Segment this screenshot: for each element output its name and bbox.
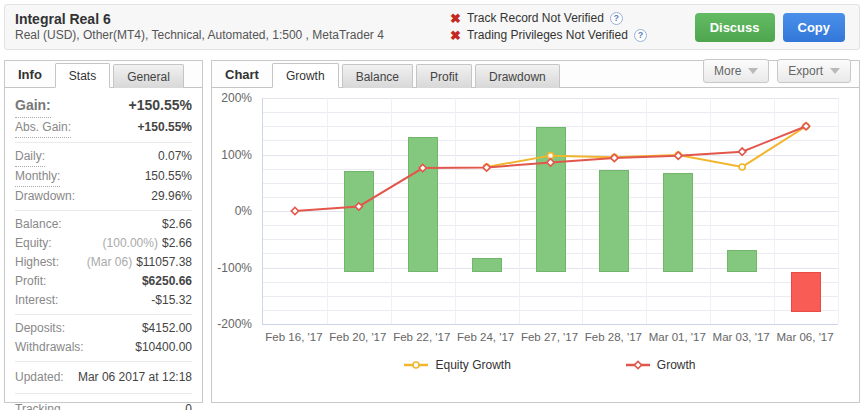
red-cross-icon: ✖ xyxy=(450,10,461,27)
line-series-layer xyxy=(263,98,838,324)
x-axis-label: Feb 24, '17 xyxy=(457,331,514,343)
stat-value: -$15.32 xyxy=(151,291,192,310)
page: Integral Real 6 Real (USD), Other(MT4), … xyxy=(0,0,864,407)
stat-group-gain: Gain: +150.55% Abs. Gain: +150.55% xyxy=(15,90,192,143)
tab-profit[interactable]: Profit xyxy=(416,64,472,88)
stat-value-prefix: (Mar 06) xyxy=(87,255,132,269)
stat-row-balance: Balance: $2.66 xyxy=(15,215,192,234)
stat-value: +150.55% xyxy=(138,118,192,138)
chart-legend: Equity GrowthGrowth xyxy=(262,358,838,372)
header-actions: Discuss Copy xyxy=(695,13,849,42)
legend-item[interactable]: Growth xyxy=(626,358,696,372)
stat-row-abs-gain: Abs. Gain: +150.55% xyxy=(15,118,192,138)
stat-value: $2.66 xyxy=(162,215,192,234)
stat-label: Gain: xyxy=(15,94,51,118)
stat-row-daily: Daily: 0.07% xyxy=(15,147,192,167)
tab-general[interactable]: General xyxy=(113,64,184,88)
chevron-down-icon xyxy=(748,68,758,74)
x-axis: Feb 16, '17Feb 20, '17Feb 22, '17Feb 24,… xyxy=(262,331,838,349)
stat-row-drawdown: Drawdown: 29.96% xyxy=(15,187,192,206)
main-content: Info Stats General Gain: +150.55% Abs. G… xyxy=(4,60,860,403)
y-axis-label: -100% xyxy=(217,261,252,275)
stat-value-prefix: (100.00%) xyxy=(103,236,158,250)
y-axis-label: 100% xyxy=(221,148,252,162)
stat-row-highest: Highest: (Mar 06)$11057.38 xyxy=(15,253,192,272)
tab-stats[interactable]: Stats xyxy=(55,63,110,88)
export-label: Export xyxy=(788,64,823,78)
stat-value-main: $11057.38 xyxy=(136,255,192,269)
stat-row-equity: Equity: (100.00%)$2.66 xyxy=(15,234,192,253)
stat-label: Deposits: xyxy=(15,319,65,338)
stat-label: Profit: xyxy=(15,272,46,291)
stat-value: Mar 06 2017 at 12:18 xyxy=(78,366,192,389)
x-axis-label: Feb 16, '17 xyxy=(265,331,322,343)
tab-growth[interactable]: Growth xyxy=(272,63,339,88)
tab-info[interactable]: Info xyxy=(5,67,55,87)
stat-row-monthly: Monthly: 150.55% xyxy=(15,167,192,187)
track-record-row: ✖ Track Record Not Verified ? xyxy=(450,10,695,27)
tab-chart[interactable]: Chart xyxy=(212,67,272,87)
stat-group-balance: Balance: $2.66 Equity: (100.00%)$2.66 Hi… xyxy=(15,211,192,315)
stat-value: (Mar 06)$11057.38 xyxy=(87,253,192,272)
stat-value: 150.55% xyxy=(145,167,192,187)
legend-label: Equity Growth xyxy=(435,358,510,372)
gridline xyxy=(838,98,839,324)
y-axis-label: -200% xyxy=(217,317,252,331)
account-info: Integral Real 6 Real (USD), Other(MT4), … xyxy=(15,11,450,43)
stat-value: +150.55% xyxy=(129,94,192,118)
tab-balance[interactable]: Balance xyxy=(342,64,413,88)
copy-button[interactable]: Copy xyxy=(783,13,846,42)
trading-privileges-row: ✖ Trading Privileges Not Verified ? xyxy=(450,27,695,44)
info-panel-tabs: Info Stats General xyxy=(5,61,202,88)
stat-group-tracking: Tracking 0 xyxy=(15,394,192,410)
stat-label: Monthly: xyxy=(15,167,60,187)
tab-drawdown[interactable]: Drawdown xyxy=(475,64,560,88)
help-icon[interactable]: ? xyxy=(610,12,623,25)
stat-value: $6250.66 xyxy=(142,272,192,291)
chevron-down-icon xyxy=(830,68,840,74)
y-axis-label: 200% xyxy=(221,91,252,105)
stat-row-profit: Profit: $6250.66 xyxy=(15,272,192,291)
stat-value: 0 xyxy=(185,398,192,410)
account-subtitle: Real (USD), Other(MT4), Technical, Autom… xyxy=(15,28,450,43)
stat-value: 0.07% xyxy=(158,147,192,167)
account-header: Integral Real 6 Real (USD), Other(MT4), … xyxy=(4,4,860,50)
info-panel: Info Stats General Gain: +150.55% Abs. G… xyxy=(4,60,203,403)
x-axis-label: Feb 27, '17 xyxy=(521,331,578,343)
chart-panel-tabs: Chart Growth Balance Profit Drawdown Mor… xyxy=(212,61,859,88)
x-axis-label: Mar 03, '17 xyxy=(713,331,770,343)
stat-group-updated: Updated: Mar 06 2017 at 12:18 xyxy=(15,362,192,394)
export-dropdown[interactable]: Export xyxy=(777,59,851,83)
stat-value: $10400.00 xyxy=(135,338,192,357)
x-axis-label: Feb 28, '17 xyxy=(585,331,642,343)
trading-privileges-label: Trading Privileges Not Verified xyxy=(467,27,628,44)
stat-row-withdrawals: Withdrawals: $10400.00 xyxy=(15,338,192,357)
stat-row-gain: Gain: +150.55% xyxy=(15,94,192,118)
discuss-button[interactable]: Discuss xyxy=(695,13,775,42)
verification-status: ✖ Track Record Not Verified ? ✖ Trading … xyxy=(450,10,695,44)
stat-label: Balance: xyxy=(15,215,62,234)
account-title: Integral Real 6 xyxy=(15,11,450,28)
more-label: More xyxy=(714,64,741,78)
stat-label: Drawdown: xyxy=(15,187,75,206)
x-axis-label: Mar 01, '17 xyxy=(649,331,706,343)
chart-panel: Chart Growth Balance Profit Drawdown Mor… xyxy=(211,60,860,403)
red-cross-icon: ✖ xyxy=(450,27,461,44)
legend-marker-icon xyxy=(626,360,650,370)
stat-row-deposits: Deposits: $4152.00 xyxy=(15,319,192,338)
stat-label: Tracking xyxy=(15,398,61,410)
stat-value: 29.96% xyxy=(151,187,192,206)
stat-label: Daily: xyxy=(15,147,45,167)
x-axis-label: Feb 22, '17 xyxy=(393,331,450,343)
growth-chart: 200%100%0%-100%-200% Feb 16, '17Feb 20, … xyxy=(212,88,859,98)
track-record-label: Track Record Not Verified xyxy=(467,10,604,27)
stat-label: Withdrawals: xyxy=(15,338,84,357)
x-axis-label: Mar 06, '17 xyxy=(776,331,833,343)
help-icon[interactable]: ? xyxy=(634,29,647,42)
plot-area xyxy=(262,98,838,325)
more-dropdown[interactable]: More xyxy=(703,59,769,83)
x-axis-label: Feb 20, '17 xyxy=(329,331,386,343)
legend-item[interactable]: Equity Growth xyxy=(404,358,510,372)
y-axis-label: 0% xyxy=(235,204,252,218)
stat-label: Equity: xyxy=(15,234,52,253)
